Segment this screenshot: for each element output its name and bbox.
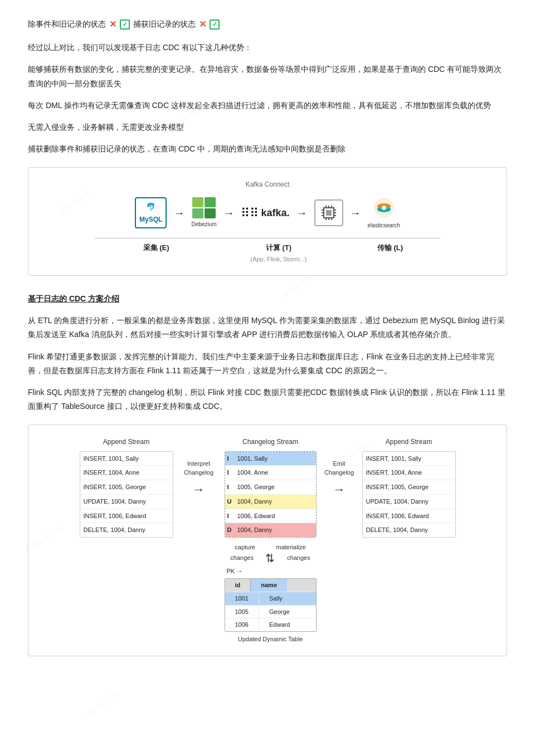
content-4: 1004, Danny — [237, 496, 272, 507]
td-id-1: 1001 — [225, 592, 259, 605]
right-row-2: INSERT, 1004, Anne — [363, 466, 455, 480]
body-paragraph-1: 从 ETL 的角度进行分析，一般采集的都是业务库数据，这里使用 MySQL 作为… — [28, 314, 507, 342]
body-paragraph-2: Flink 希望打通更多数据源，发挥完整的计算能力。我们生产中主要来源于业务日志… — [28, 350, 507, 378]
left-stream-rows: INSERT, 1001, Sally INSERT, 1004, Anne I… — [80, 451, 173, 538]
stage-transfer-label: 传输 (L) — [340, 242, 440, 254]
content-5: 1006, Edward — [237, 511, 275, 521]
stage-transfer: 传输 (L) — [340, 238, 440, 265]
chip-icon — [319, 203, 338, 222]
table-row-edward: 1006 Edward — [225, 618, 316, 631]
right-append-stream: Append Stream INSERT, 1001, Sally INSERT… — [362, 436, 456, 538]
stage-collect: 采集 (E) — [95, 238, 217, 265]
op-6: D — [227, 525, 235, 535]
interpret-block: InterpretChangelog → — [177, 436, 221, 500]
changelog-row-6: D 1004, Danny — [225, 523, 316, 537]
td-name-2: George — [259, 606, 300, 618]
content-2: 1004, Anne — [237, 467, 269, 478]
changelog-row-5: I 1006, Edward — [225, 509, 316, 524]
materialize-label: materialize — [276, 542, 306, 553]
left-row-1: INSERT, 1001, Sally — [80, 452, 173, 466]
th-name: name — [251, 579, 287, 592]
table-header: id name — [225, 579, 316, 592]
stage-compute-label: 计算 (T) — [217, 242, 340, 254]
op-3: I — [227, 482, 235, 492]
debezium-label: Debezium — [191, 220, 216, 229]
elasticsearch-label: elasticsearch — [368, 221, 400, 230]
changes-labels: changes ⇅ changes — [225, 553, 317, 564]
svg-rect-1 — [326, 210, 332, 216]
right-arrow-1: → — [193, 479, 205, 500]
section-title: 基于日志的 CDC 方案介绍 — [28, 292, 507, 306]
changelog-row-1: I 1001, Sally — [225, 452, 316, 466]
changelog-title: Changelog Stream — [242, 436, 298, 447]
paragraph-advantage-1: 能够捕获所有数据的变化，捕获完整的变更记录。在异地容灾，数据备份等场景中得到广泛… — [28, 62, 507, 90]
left-row-2: INSERT, 1004, Anne — [80, 466, 173, 480]
changelog-stream: Changelog Stream I 1001, Sally I 1004, A… — [225, 436, 317, 644]
kafka-connect-label: Kafka Connect — [40, 179, 495, 190]
changes-label-1: changes — [230, 553, 254, 564]
double-arrow: ⇅ — [265, 553, 275, 564]
changelog-rows: I 1001, Sally I 1004, Anne I 1005, Georg… — [225, 451, 317, 538]
content-3: 1005, George — [237, 482, 275, 492]
table-row-sally: 1001 Sally — [225, 592, 316, 605]
content-6: 1004, Danny — [237, 525, 272, 535]
right-row-6: DELETE, 1004, Danny — [363, 523, 455, 537]
arrow-2: → — [223, 203, 234, 222]
left-row-6: DELETE, 1004, Danny — [80, 523, 173, 537]
svg-point-18 — [382, 206, 386, 210]
left-row-3: INSERT, 1005, George — [80, 480, 173, 495]
paragraph-advantage-3: 无需入侵业务，业务解耦，无需更改业务模型 — [28, 120, 507, 134]
mysql-icon: 🐬 MySQL — [135, 197, 167, 228]
interpret-label: InterpretChangelog — [184, 460, 213, 477]
body-paragraph-3: Flink SQL 内部支持了完整的 changelog 机制，所以 Flink… — [28, 386, 507, 413]
architecture-diagram: Kafka Connect 🐬 MySQL → Debezium → — [28, 167, 507, 276]
paragraph-advantage-2: 每次 DML 操作均有记录无需像查询 CDC 这样发起全表扫描进行过滤，拥有更高… — [28, 99, 507, 113]
changes-label-2: changes — [287, 553, 310, 564]
emit-block: EmitChangelog → — [320, 436, 359, 500]
stage-compute: 计算 (T) (App, Flink, Storm...) — [217, 238, 340, 265]
arrow-3: → — [296, 203, 308, 222]
op-1: I — [227, 453, 235, 464]
right-row-4: UPDATE, 1004, Danny — [363, 495, 455, 509]
pk-row: PK → — [225, 566, 243, 577]
right-stream-rows: INSERT, 1001, Sally INSERT, 1004, Anne I… — [362, 451, 456, 538]
op-5: I — [227, 511, 235, 521]
kafka-node: ⠿⠿ kafka. — [241, 203, 289, 223]
header-text-1: 除事件和旧记录的状态 — [28, 18, 106, 31]
paragraph-advantage-4: 捕获删除事件和捕获旧记录的状态，在查询 CDC 中，周期的查询无法感知中间数据是… — [28, 142, 507, 156]
right-stream-title: Append Stream — [386, 436, 432, 447]
cdc-flow-diagram: Append Stream INSERT, 1001, Sally INSERT… — [28, 425, 507, 656]
arrow-4: → — [350, 203, 361, 222]
stage-collect-label: 采集 (E) — [95, 242, 217, 254]
pk-label: PK → — [227, 566, 243, 577]
elasticsearch-icon — [372, 196, 396, 220]
table-row-george: 1005 George — [225, 605, 316, 618]
content-1: 1001, Sally — [237, 453, 268, 464]
changelog-row-4: U 1004, Danny — [225, 495, 316, 509]
kafka-label: kafka. — [261, 204, 289, 222]
changelog-row-2: I 1004, Anne — [225, 466, 316, 480]
cross-icon-1: ✕ — [109, 17, 116, 32]
elasticsearch-node: elasticsearch — [368, 196, 400, 230]
right-row-1: INSERT, 1001, Sally — [363, 452, 455, 466]
header-section: 除事件和旧记录的状态 ✕ ✓ 捕获旧记录的状态 ✕ ✓ — [28, 17, 507, 32]
emit-label: EmitChangelog — [324, 460, 354, 477]
paragraph-intro: 经过以上对比，我们可以发现基于日志 CDC 有以下这几种优势： — [28, 41, 507, 55]
left-row-5: INSERT, 1006, Edward — [80, 509, 173, 524]
debezium-node: Debezium — [191, 197, 216, 229]
dynamic-table: id name 1001 Sally 1005 George 1006 Edwa… — [225, 578, 317, 632]
op-4: U — [227, 496, 235, 507]
td-name-3: Edward — [259, 618, 300, 631]
left-append-stream: Append Stream INSERT, 1001, Sally INSERT… — [80, 436, 173, 538]
arch-flow-row: 🐬 MySQL → Debezium → ⠿⠿ kafka. — [40, 196, 495, 230]
updated-table-label: Updated Dynamic Table — [238, 634, 303, 645]
flink-node — [314, 199, 343, 226]
check-box-1: ✓ — [120, 19, 130, 30]
capture-label: capture — [235, 542, 255, 553]
cdc-flow-row: Append Stream INSERT, 1001, Sally INSERT… — [34, 436, 501, 644]
check-box-2: ✓ — [210, 19, 220, 30]
op-2: I — [227, 467, 235, 478]
arch-stages: 采集 (E) 计算 (T) (App, Flink, Storm...) 传输 … — [40, 238, 495, 265]
mysql-node: 🐬 MySQL — [135, 197, 167, 228]
th-id: id — [225, 579, 251, 592]
